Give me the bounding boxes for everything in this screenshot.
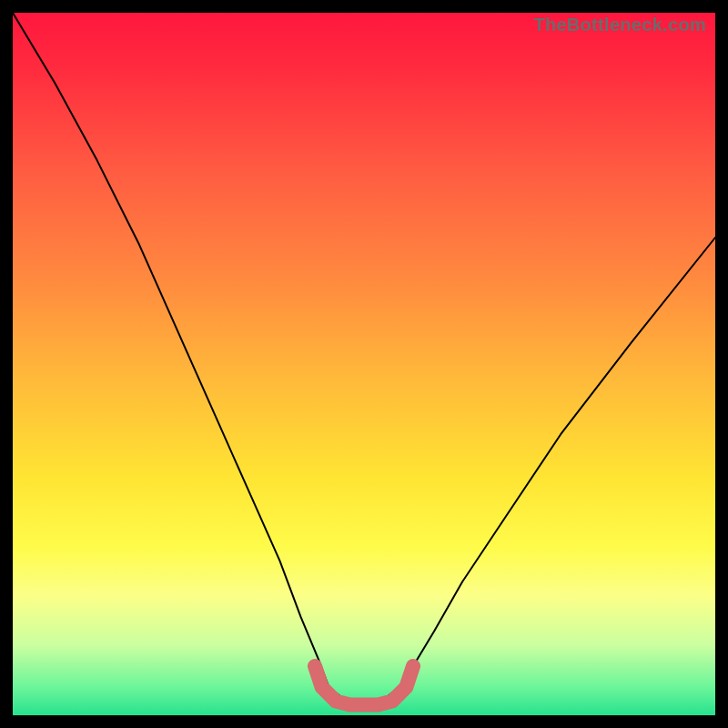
watermark-text: TheBottleneck.com xyxy=(533,15,706,35)
bottleneck-curve xyxy=(13,13,715,702)
chart-frame: TheBottleneck.com xyxy=(13,13,715,715)
sweet-spot-band xyxy=(315,666,413,704)
bottleneck-plot xyxy=(13,13,715,715)
